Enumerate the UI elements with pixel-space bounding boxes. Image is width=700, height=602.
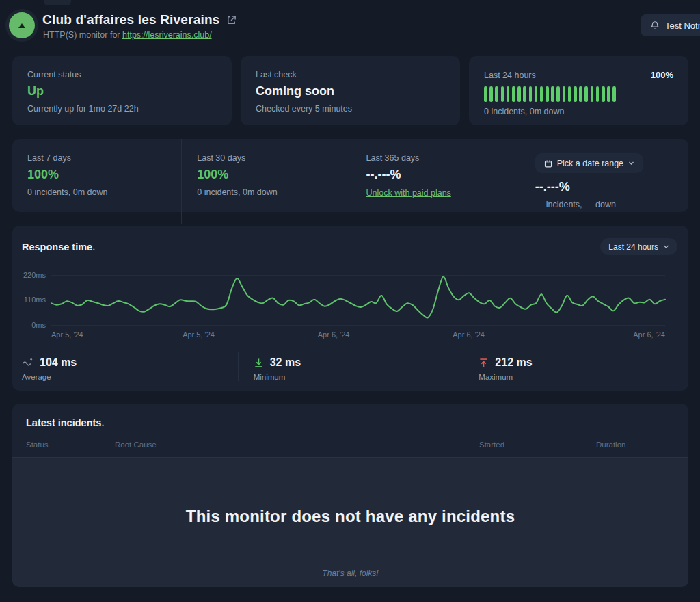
uptime-bar (579, 86, 582, 102)
column-root-cause: Root Cause (115, 441, 479, 449)
response-time-card: Response time. Last 24 hours 220ms 110ms… (12, 226, 688, 391)
uptime-bar (540, 86, 543, 102)
uptime-bar (495, 86, 498, 102)
uptime-ranges-card: Last 7 days 100% 0 incidents, 0m down La… (12, 139, 688, 212)
average-label: Average (22, 373, 223, 381)
y-tick-110: 110ms (24, 296, 46, 304)
uptime-bar (517, 86, 521, 102)
x-axis-labels: Apr 5, '24 Apr 5, '24 Apr 6, '24 Apr 6, … (51, 330, 665, 340)
test-notification-label: Test Notification (665, 21, 700, 31)
chart-range-dropdown[interactable]: Last 24 hours (600, 238, 677, 255)
uptime-365-days-label: Last 365 days (366, 153, 504, 163)
incidents-empty-state: This monitor does not have any incidents… (12, 458, 688, 587)
up-triangle-icon (18, 23, 25, 28)
current-status-label: Current status (27, 70, 217, 79)
last-check-label: Last check (256, 70, 445, 79)
uptime-custom-range: Pick a date range --.---% — incidents, —… (520, 139, 688, 224)
test-notification-button[interactable]: Test Notification (641, 14, 700, 36)
uptime-bar (551, 86, 554, 102)
response-time-title: Response time. (22, 241, 95, 252)
x-tick-4: Apr 6, '24 (453, 330, 485, 339)
monitor-url-link[interactable]: https://lesriverains.club/ (122, 30, 212, 40)
empty-state-footer: That's all, folks! (12, 568, 688, 578)
monitor-header: Club d'affaires les Riverains HTTP(S) mo… (0, 0, 700, 52)
stat-minimum: 32 ms Minimum (238, 352, 463, 381)
uptime-bar (612, 86, 616, 102)
last-check-card: Last check Coming soon Checked every 5 m… (241, 56, 460, 125)
uptime-bar (574, 86, 577, 102)
last-24-hours-card: Last 24 hours 100% 0 incidents, 0m down (469, 56, 688, 125)
uptime-bar (584, 86, 588, 102)
uptime-bar (523, 86, 526, 102)
column-started: Started (479, 441, 596, 449)
monitor-type-label: HTTP(S) monitor for (43, 30, 120, 40)
uptime-7-days-label: Last 7 days (27, 153, 166, 163)
column-status: Status (26, 441, 115, 449)
stat-maximum: 212 ms Maximum (463, 352, 688, 381)
minimum-arrow-icon (254, 358, 264, 368)
empty-state-title: This monitor does not have any incidents (12, 458, 688, 526)
x-tick-2: Apr 5, '24 (183, 330, 215, 339)
chevron-down-icon (663, 244, 669, 250)
uptime-bar (507, 86, 510, 102)
maximum-arrow-icon (479, 358, 489, 368)
uptime-30-days-value: 100% (197, 168, 335, 182)
uptime-bar (512, 86, 515, 102)
chart-range-value: Last 24 hours (608, 242, 658, 252)
y-tick-0: 0ms (31, 321, 46, 329)
uptime-7-days: Last 7 days 100% 0 incidents, 0m down (12, 139, 181, 224)
uptime-365-days-value: --.---% (366, 168, 504, 182)
uptime-bar (602, 86, 605, 102)
uptime-bar (591, 86, 594, 102)
monitor-avatar (5, 9, 38, 42)
average-value: 104 ms (40, 356, 77, 369)
uptime-bar (484, 86, 487, 102)
uptime-365-days: Last 365 days --.---% Unlock with paid p… (351, 139, 520, 224)
response-time-chart: 220ms 110ms 0ms (51, 270, 665, 325)
x-tick-1: Apr 5, '24 (51, 330, 83, 339)
maximum-value: 212 ms (495, 356, 532, 369)
uptime-30-days-sub: 0 incidents, 0m down (197, 187, 335, 197)
unlock-paid-plans-link[interactable]: Unlock with paid plans (366, 188, 451, 198)
uptime-bar (568, 86, 571, 102)
page-title: Club d'affaires les Riverains (42, 12, 220, 27)
status-up-avatar (9, 12, 35, 38)
x-tick-5: Apr 6, '24 (633, 330, 665, 339)
stat-average: 104 ms Average (12, 352, 238, 381)
uptime-bar (596, 86, 600, 102)
uptime-30-days: Last 30 days 100% 0 incidents, 0m down (181, 139, 350, 224)
uptime-bars (484, 86, 673, 102)
uptime-30-days-label: Last 30 days (197, 153, 335, 163)
last-24-hours-percent: 100% (651, 70, 673, 80)
last-24-hours-label: Last 24 hours (484, 70, 536, 80)
maximum-label: Maximum (479, 373, 673, 381)
latest-incidents-card: Latest incidents. Status Root Cause Star… (12, 404, 688, 587)
pick-date-range-button[interactable]: Pick a date range (535, 153, 643, 173)
uptime-bar (563, 86, 566, 102)
current-status-value: Up (27, 84, 217, 99)
minimum-value: 32 ms (270, 356, 301, 369)
uptime-bar (607, 86, 610, 102)
chevron-down-icon (628, 160, 634, 166)
incidents-table-header: Status Root Cause Started Duration (12, 441, 688, 458)
uptime-bar (546, 86, 549, 102)
last-check-value: Coming soon (256, 84, 445, 99)
average-wave-icon (22, 358, 33, 368)
uptime-custom-value: --.---% (535, 180, 673, 194)
last-24-hours-sub: 0 incidents, 0m down (484, 107, 673, 116)
y-tick-220: 220ms (23, 271, 46, 279)
external-link-icon[interactable] (226, 15, 237, 25)
uptime-bar (535, 86, 538, 102)
uptime-bar (489, 86, 493, 102)
uptime-bar (501, 86, 504, 102)
response-chart-svg (51, 270, 665, 325)
uptime-7-days-value: 100% (27, 168, 166, 182)
calendar-icon (544, 159, 552, 168)
uptime-custom-sub: — incidents, — down (535, 200, 673, 209)
pick-date-range-label: Pick a date range (557, 159, 623, 168)
column-duration: Duration (596, 441, 675, 449)
last-check-sub: Checked every 5 minutes (256, 104, 445, 114)
current-status-sub: Currently up for 1mo 27d 22h (27, 104, 217, 114)
current-status-card: Current status Up Currently up for 1mo 2… (12, 56, 232, 125)
latest-incidents-title: Latest incidents. (12, 404, 688, 428)
